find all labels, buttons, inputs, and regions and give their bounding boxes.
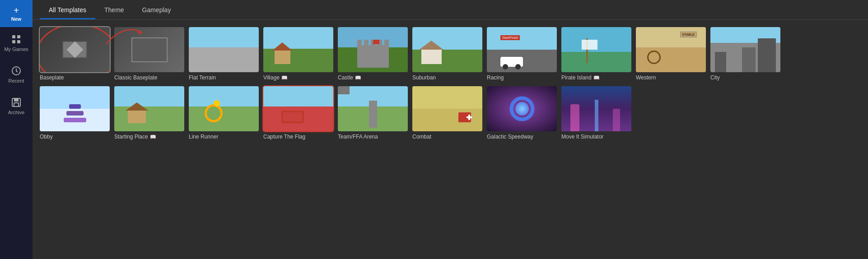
template-label-flat-terrain: Flat Terrain — [189, 74, 259, 81]
template-item-city[interactable]: City — [710, 27, 780, 81]
svg-rect-6 — [14, 98, 19, 102]
template-item-racing[interactable]: Start/Finish Racing — [487, 27, 557, 81]
template-item-classic-baseplate[interactable]: Classic Baseplate — [114, 27, 184, 81]
clock-icon — [11, 65, 22, 76]
template-label-team-ffa: Team/FFA Arena — [338, 134, 408, 140]
template-row-1: Baseplate Classic Baseplate — [40, 27, 861, 81]
template-label-combat: Combat — [412, 134, 482, 140]
template-row-2: Obby Starting Place 📖 — [40, 86, 861, 140]
template-label-move-it: Move It Simulator — [561, 134, 631, 140]
template-label-castle: Castle 📖 — [338, 74, 408, 81]
svg-rect-0 — [12, 35, 15, 38]
book-icon-castle: 📖 — [355, 75, 361, 81]
svg-rect-2 — [12, 40, 15, 43]
tab-gameplay[interactable]: Gameplay — [133, 2, 180, 19]
template-label-pirate-island: Pirate Island 📖 — [561, 74, 631, 81]
tab-bar: All Templates Theme Gameplay — [33, 0, 868, 20]
template-label-baseplate: Baseplate — [40, 74, 110, 81]
template-item-baseplate[interactable]: Baseplate — [40, 27, 110, 81]
template-item-starting-place[interactable]: Starting Place 📖 — [114, 86, 184, 140]
svg-rect-3 — [17, 40, 20, 43]
template-label-classic-baseplate: Classic Baseplate — [114, 74, 184, 81]
sidebar-item-label: My Games — [4, 46, 28, 52]
grid-icon — [11, 34, 22, 45]
new-button[interactable]: + New — [0, 0, 33, 27]
svg-rect-1 — [17, 35, 20, 38]
template-item-move-it-simulator[interactable]: Move It Simulator — [561, 86, 631, 140]
template-item-combat[interactable]: Combat — [412, 86, 482, 140]
template-item-pirate-island[interactable]: Pirate Island 📖 — [561, 27, 631, 81]
template-label-western: Western — [636, 74, 706, 81]
sidebar-item-recent[interactable]: Recent — [0, 59, 33, 90]
template-label-starting-place: Starting Place 📖 — [114, 134, 184, 140]
template-item-capture-the-flag[interactable]: Capture The Flag — [263, 86, 333, 140]
template-item-village[interactable]: Village 📖 — [263, 27, 333, 81]
tab-all-templates[interactable]: All Templates — [40, 2, 95, 19]
book-icon: 📖 — [281, 75, 288, 81]
sidebar-item-my-games[interactable]: My Games — [0, 27, 33, 59]
new-label: New — [11, 16, 22, 22]
sidebar-item-label: Recent — [9, 78, 24, 83]
template-item-castle[interactable]: Castle 📖 — [338, 27, 408, 81]
sidebar-item-archive[interactable]: Archive — [0, 90, 33, 122]
template-label-suburban: Suburban — [412, 74, 482, 81]
plus-icon: + — [14, 6, 19, 15]
template-item-suburban[interactable]: Suburban — [412, 27, 482, 81]
template-label-city: City — [710, 74, 780, 81]
template-item-flat-terrain[interactable]: Flat Terrain — [189, 27, 259, 81]
book-icon-pirate: 📖 — [593, 75, 600, 81]
save-icon — [11, 97, 22, 108]
template-label-obby: Obby — [40, 134, 110, 140]
tab-theme[interactable]: Theme — [95, 2, 133, 19]
template-label-village: Village 📖 — [263, 74, 333, 81]
template-item-obby[interactable]: Obby — [40, 86, 110, 140]
sidebar: + New My Games Recent Archive — [0, 0, 33, 259]
template-label-ctf: Capture The Flag — [263, 134, 333, 140]
template-item-western[interactable]: STABLE Western — [636, 27, 706, 81]
template-grid: Baseplate Classic Baseplate — [33, 20, 868, 147]
svg-rect-7 — [14, 103, 19, 106]
template-label-line-runner: Line Runner — [189, 134, 259, 140]
main-content: All Templates Theme Gameplay — [33, 0, 868, 259]
template-label-galactic-speedway: Galactic Speedway — [487, 134, 557, 140]
template-item-team-ffa-arena[interactable]: Team/FFA Arena — [338, 86, 408, 140]
book-icon-starting: 📖 — [150, 134, 156, 140]
template-item-line-runner[interactable]: Line Runner — [189, 86, 259, 140]
template-label-racing: Racing — [487, 74, 557, 81]
sidebar-item-label: Archive — [8, 110, 25, 115]
template-item-galactic-speedway[interactable]: Galactic Speedway — [487, 86, 557, 140]
